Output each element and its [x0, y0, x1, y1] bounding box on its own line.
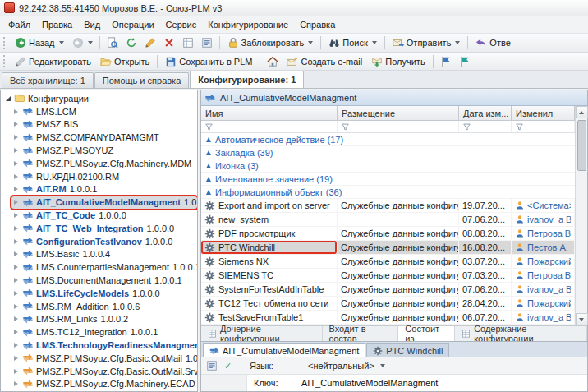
tree-item[interactable]: PMSZ.PLMSoyuz.Cfg.Machinery.MDM — [1, 157, 197, 170]
filter-cell-placement[interactable] — [338, 121, 459, 132]
menu-item[interactable]: Конфигурирование — [202, 16, 294, 33]
check-icon[interactable]: ✓ — [222, 360, 234, 372]
tree-item[interactable]: LMS.TC12_Integration 1.0.0.1 — [1, 325, 197, 339]
search-button[interactable]: Поиск — [324, 35, 380, 51]
home-button[interactable] — [264, 53, 282, 70]
edit-button[interactable] — [141, 35, 159, 51]
grid-row[interactable]: TestSaveFromTable1 Служебные данные конф… — [201, 311, 575, 325]
chevron-right-icon[interactable] — [11, 304, 21, 309]
cell-name[interactable]: PDF просмотрщик — [201, 227, 338, 240]
tree-item[interactable]: PMSZ.COMPANYDATAMGMT — [1, 131, 197, 144]
cell-name[interactable]: SIEMENS TC — [201, 269, 338, 282]
flag-teal-button[interactable] — [456, 53, 474, 70]
receive-button[interactable]: Получить — [367, 53, 429, 70]
chevron-right-icon[interactable] — [11, 330, 21, 334]
filter-cell-date[interactable] — [459, 121, 512, 132]
send-button[interactable]: Отправить — [388, 35, 465, 51]
cell-name[interactable]: Export and import on server — [201, 199, 338, 212]
tree-item[interactable]: LMS.RM_Addition 1.0.0.6 — [1, 300, 197, 313]
relation-tab[interactable]: Входит в состав — [323, 326, 399, 341]
group-row[interactable]: Автоматическое действие (17) — [201, 133, 575, 146]
scroll-up-button[interactable] — [576, 106, 588, 118]
chevron-right-icon[interactable] — [11, 278, 21, 283]
tree-root-configurations[interactable]: Конфигурации — [1, 92, 197, 105]
chevron-right-icon[interactable] — [11, 187, 21, 191]
cell-name[interactable]: TestSaveFromTable1 — [201, 311, 338, 324]
back-button[interactable]: Назад — [11, 35, 68, 51]
chevron-right-icon[interactable] — [11, 213, 21, 218]
key-value-field[interactable]: AIT_CumulativeModelManagment — [298, 378, 587, 388]
tree-item[interactable]: LMS.RM_Links 1.0.0.2 — [1, 313, 197, 326]
column-header-placement[interactable]: Размещение — [338, 106, 459, 120]
grid-row[interactable]: Export and import on server Служебные да… — [201, 199, 575, 213]
column-header-date-modified[interactable]: Дата изм... — [459, 106, 512, 120]
relation-tab[interactable]: Содержание конфигурации — [455, 326, 587, 341]
chevron-right-icon[interactable] — [11, 122, 21, 127]
changed-by-link[interactable]: ivanov_a В. И. — [527, 214, 571, 224]
detail-tab[interactable]: PTC Windchill — [366, 343, 449, 357]
tree-item[interactable]: AIT.RM 1.0.0.1 — [1, 183, 197, 196]
scrollbar-thumb[interactable] — [577, 120, 586, 171]
flag-blue-button[interactable] — [437, 53, 455, 70]
grid-row[interactable]: SIEMENS TC Служебные данные конфигураци.… — [201, 269, 575, 283]
tree-item[interactable]: LMS.Basic 1.0.0.4 — [1, 248, 197, 261]
relation-tab[interactable]: Состоит из — [398, 326, 455, 341]
grid-row[interactable]: Siemens NX Служебные данные конфигураци.… — [201, 255, 575, 269]
language-select[interactable]: <нейтральный> — [305, 359, 388, 373]
grid-row[interactable]: new_system 07.06.20... ivanov_a В. И. — [201, 213, 575, 227]
tree-item[interactable]: RU.КРДН.02100.RM — [1, 170, 197, 183]
toolbar-grip[interactable] — [3, 37, 7, 49]
chevron-right-icon[interactable] — [11, 226, 21, 231]
chevron-right-icon[interactable] — [11, 343, 21, 348]
tree-item[interactable]: PMSZ.PLMSoyuz.Cfg.Basic.OutMail.Srv 1.0 — [1, 365, 197, 378]
changed-by-link[interactable]: <Система> — [527, 201, 571, 210]
tree-item[interactable]: AIT_CumulativeModelManagment 1.0 — [1, 196, 197, 209]
chevron-right-icon[interactable] — [11, 161, 21, 166]
group-collapse-icon[interactable] — [206, 177, 211, 182]
menu-item[interactable]: Файл — [2, 16, 36, 33]
edit-document-button[interactable]: Редактировать — [11, 53, 95, 70]
group-row[interactable]: Именованное значение (19) — [201, 173, 575, 186]
filter-cell-name[interactable] — [201, 121, 338, 132]
vertical-scrollbar[interactable] — [575, 106, 587, 325]
tree-item[interactable]: LMS.LCM — [1, 105, 197, 118]
column-header-name[interactable]: Имя — [201, 106, 338, 120]
tree-item[interactable]: PMSZ.PLMSOYUZ — [1, 144, 197, 157]
detail-tab[interactable]: AIT_CumulativeModelManagment — [203, 343, 365, 357]
cell-name[interactable]: TC12 Тест обмена по сети — [201, 297, 338, 310]
chevron-right-icon[interactable] — [11, 369, 21, 374]
delete-button[interactable] — [160, 35, 178, 51]
tree-item[interactable]: AIT_TC_Code 1.0.0.0 — [1, 209, 197, 222]
chevron-right-icon[interactable] — [11, 356, 21, 361]
tree-item[interactable]: PMSZ.PLMSoyuz.Cfg.Machinery.ECAD — [1, 378, 197, 391]
changed-by-link[interactable]: Петрова В. Р. — [527, 228, 571, 238]
list-view-button[interactable] — [179, 35, 197, 51]
save-to-plm-button[interactable]: Сохранить в PLM — [161, 53, 256, 70]
group-collapse-icon[interactable] — [206, 150, 211, 155]
expanded-node-icon[interactable] — [3, 96, 12, 101]
chevron-right-icon[interactable] — [11, 265, 21, 270]
chevron-right-icon[interactable] — [11, 291, 21, 296]
chevron-right-icon[interactable] — [11, 239, 21, 244]
menu-item[interactable]: Справка — [294, 16, 341, 33]
grid-row[interactable]: SystemForTestAddInTable Служебные данные… — [201, 283, 575, 297]
chevron-right-icon[interactable] — [11, 381, 21, 386]
changed-by-link[interactable]: Пожарский ... — [527, 256, 571, 266]
filter-cell-changed-by[interactable] — [512, 121, 575, 132]
workspace-tab[interactable]: Конфигурирование: 1 — [190, 71, 304, 88]
list-icon[interactable] — [205, 360, 218, 372]
chevron-right-icon[interactable] — [11, 109, 21, 114]
open-button[interactable]: Открыть — [96, 53, 154, 70]
column-header-changed-by[interactable]: Изменил — [512, 106, 575, 120]
lock-button[interactable]: Заблокировать — [223, 35, 318, 51]
chevron-right-icon[interactable] — [11, 200, 21, 205]
relation-tab[interactable]: Дочерние конфигурации — [201, 326, 323, 341]
changed-by-link[interactable]: ivanov_a В. И. — [527, 312, 571, 322]
menu-item[interactable]: Вид — [78, 16, 106, 33]
chevron-right-icon[interactable] — [11, 316, 21, 321]
tree-item[interactable]: LMS.LifeCycleModels 1.0.0.0 — [1, 287, 197, 300]
menu-item[interactable]: Правка — [36, 16, 78, 33]
create-email-button[interactable]: Создать e-mail — [283, 53, 366, 70]
menu-item[interactable]: Операции — [106, 16, 159, 33]
tree-item[interactable]: LMS.TechnologyReadinessManagment — [1, 339, 197, 352]
